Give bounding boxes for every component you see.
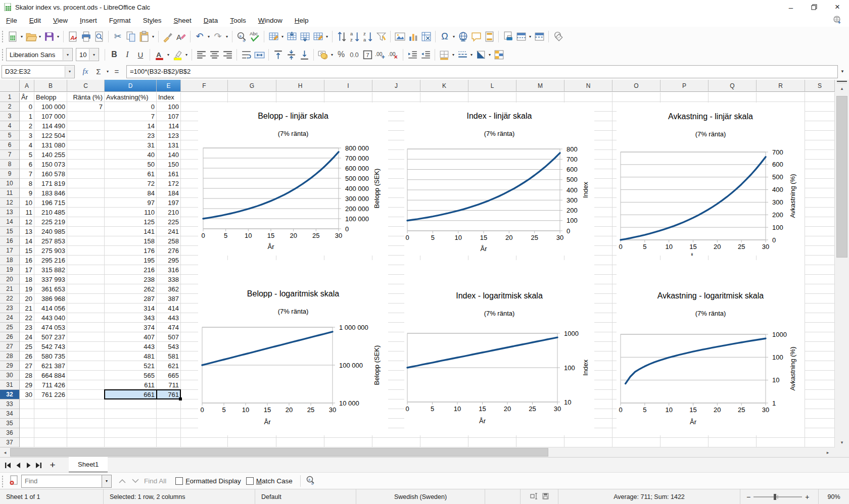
- align-right-icon[interactable]: [221, 47, 234, 62]
- save-icon[interactable]: [42, 29, 56, 43]
- horizontal-scrollbar-thumb[interactable]: [10, 448, 548, 457]
- find-input[interactable]: [21, 475, 102, 488]
- cell-E22[interactable]: 387: [157, 294, 181, 304]
- menu-data[interactable]: Data: [198, 15, 224, 26]
- column-header-I[interactable]: I: [324, 80, 372, 92]
- row-header-30[interactable]: 30: [0, 371, 20, 380]
- cell-D24[interactable]: 343: [105, 313, 157, 323]
- cell-A11[interactable]: 9: [20, 188, 34, 198]
- split-window-icon[interactable]: [533, 29, 546, 43]
- open-folder-icon[interactable]: [24, 29, 37, 43]
- sum-icon[interactable]: Σ: [92, 65, 105, 78]
- insert-image-icon[interactable]: [393, 29, 406, 43]
- menu-file[interactable]: File: [0, 15, 23, 26]
- cell-A3[interactable]: 1: [20, 112, 34, 121]
- cell-E14[interactable]: 225: [157, 217, 181, 227]
- insert-column-icon[interactable]: [298, 29, 311, 43]
- cell-E8[interactable]: 150: [157, 160, 181, 169]
- cell-D11[interactable]: 84: [105, 188, 157, 198]
- find-all-button[interactable]: Find All: [144, 477, 166, 485]
- cell-C1[interactable]: Ränta (%): [67, 92, 105, 102]
- row-operations-icon[interactable]: [267, 29, 280, 43]
- cell-E19[interactable]: 316: [157, 265, 181, 275]
- row-header-8[interactable]: 8: [0, 160, 20, 169]
- cell-D22[interactable]: 287: [105, 294, 157, 304]
- document-modified-icon[interactable]: [542, 493, 549, 501]
- cell-E10[interactable]: 172: [157, 179, 181, 188]
- cell-B14[interactable]: 225 219: [34, 217, 67, 227]
- border-style-icon[interactable]: [456, 47, 469, 62]
- language-update-icon[interactable]: [833, 15, 842, 26]
- cell-E6[interactable]: 131: [157, 140, 181, 150]
- align-bottom-icon[interactable]: [298, 47, 311, 62]
- cell-B28[interactable]: 580 735: [34, 351, 67, 361]
- cell-D30[interactable]: 565: [105, 371, 157, 380]
- print-preview-icon[interactable]: [92, 29, 106, 43]
- menu-tools[interactable]: Tools: [224, 15, 252, 26]
- cell-B2[interactable]: 100 000: [34, 102, 67, 112]
- cell-D18[interactable]: 195: [105, 256, 157, 265]
- cell-A27[interactable]: 25: [20, 342, 34, 351]
- cell-E24[interactable]: 443: [157, 313, 181, 323]
- find-dropdown-icon[interactable]: ▾: [102, 475, 112, 488]
- cell-A25[interactable]: 23: [20, 323, 34, 332]
- function-wizard-icon[interactable]: fx: [79, 65, 92, 78]
- cell-A21[interactable]: 19: [20, 284, 34, 294]
- column-header-K[interactable]: K: [420, 80, 468, 92]
- freeze-panes-dropdown-icon[interactable]: ▾: [528, 34, 533, 39]
- column-header-O[interactable]: O: [612, 80, 661, 92]
- row-header-14[interactable]: 14: [0, 217, 20, 227]
- cell-A22[interactable]: 20: [20, 294, 34, 304]
- menu-styles[interactable]: Styles: [137, 15, 168, 26]
- cell-E3[interactable]: 107: [157, 112, 181, 121]
- vertical-scrollbar-thumb[interactable]: [836, 96, 847, 258]
- first-sheet-icon[interactable]: [3, 460, 13, 470]
- row-header-6[interactable]: 6: [0, 140, 20, 150]
- cell-B18[interactable]: 295 216: [34, 256, 67, 265]
- cell-B21[interactable]: 361 653: [34, 284, 67, 294]
- conditional-formatting-icon[interactable]: [492, 47, 505, 62]
- cell-B23[interactable]: 414 056: [34, 304, 67, 313]
- cell-D5[interactable]: 23: [105, 131, 157, 140]
- clear-formatting-icon[interactable]: A: [174, 29, 187, 43]
- last-sheet-icon[interactable]: [33, 460, 43, 470]
- cell-E20[interactable]: 338: [157, 275, 181, 284]
- cell-E17[interactable]: 276: [157, 246, 181, 256]
- row-header-24[interactable]: 24: [0, 313, 20, 323]
- column-header-N[interactable]: N: [564, 80, 612, 92]
- cell-B5[interactable]: 122 504: [34, 131, 67, 140]
- scroll-up-icon[interactable]: ▴: [838, 85, 846, 92]
- cell-B3[interactable]: 107 000: [34, 112, 67, 121]
- column-header-E[interactable]: E: [157, 80, 181, 92]
- delete-decimal-icon[interactable]: .00×: [387, 47, 400, 62]
- border-color-icon[interactable]: [474, 47, 487, 62]
- cell-E29[interactable]: 621: [157, 361, 181, 371]
- cell-E13[interactable]: 210: [157, 208, 181, 217]
- scroll-down-icon[interactable]: ▾: [838, 439, 846, 446]
- highlight-color-icon[interactable]: [171, 47, 184, 62]
- cell-E9[interactable]: 161: [157, 169, 181, 179]
- cell-A30[interactable]: 28: [20, 371, 34, 380]
- row-header-4[interactable]: 4: [0, 121, 20, 131]
- align-vcenter-icon[interactable]: [285, 47, 298, 62]
- export-pdf-icon[interactable]: A: [66, 29, 79, 43]
- cell-D8[interactable]: 50: [105, 160, 157, 169]
- cell-D16[interactable]: 158: [105, 236, 157, 246]
- cell-A6[interactable]: 4: [20, 140, 34, 150]
- cell-B8[interactable]: 150 073: [34, 160, 67, 169]
- cell-A14[interactable]: 12: [20, 217, 34, 227]
- cell-D21[interactable]: 262: [105, 284, 157, 294]
- row-header-18[interactable]: 18: [0, 256, 20, 265]
- find-replace-icon[interactable]: ad: [235, 29, 248, 43]
- cell-D20[interactable]: 238: [105, 275, 157, 284]
- cell-A28[interactable]: 26: [20, 351, 34, 361]
- formatted-display-checkbox[interactable]: [175, 477, 183, 485]
- row-header-34[interactable]: 34: [0, 409, 20, 419]
- menu-format[interactable]: Format: [103, 15, 137, 26]
- paste-icon[interactable]: [137, 29, 151, 43]
- cell-B22[interactable]: 386 968: [34, 294, 67, 304]
- cell-B31[interactable]: 711 426: [34, 380, 67, 390]
- cell-E11[interactable]: 184: [157, 188, 181, 198]
- font_size-dropdown-icon[interactable]: ▾: [89, 49, 99, 60]
- row-header-26[interactable]: 26: [0, 332, 20, 342]
